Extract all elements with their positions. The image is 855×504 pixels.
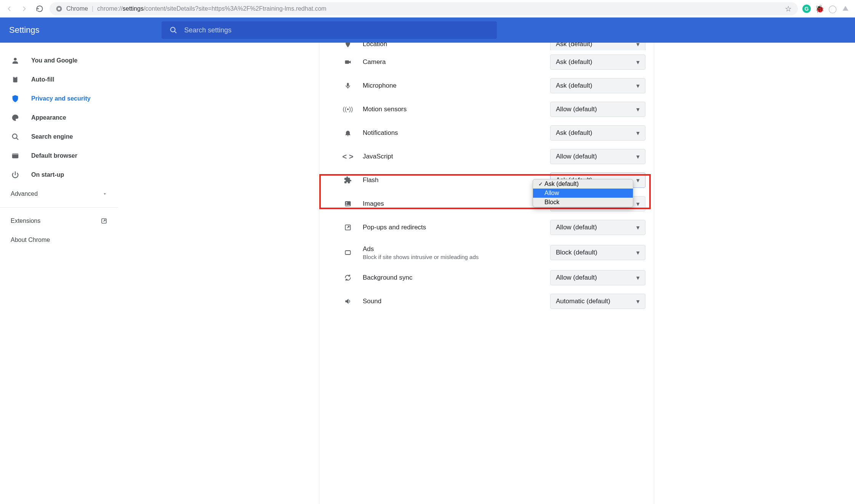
perm-label: Background sync: [363, 274, 541, 282]
perm-row-javascript: < > JavaScript Allow (default) ▾: [319, 145, 654, 168]
perm-label: Camera: [363, 58, 541, 66]
perm-row-microphone: Microphone Ask (default) ▾: [319, 74, 654, 98]
chevron-down-icon: ▾: [636, 106, 640, 114]
perm-row-sound: Sound Automatic (default) ▾: [319, 290, 654, 313]
svg-rect-18: [345, 251, 350, 254]
perm-select-camera[interactable]: Ask (default) ▾: [550, 54, 645, 70]
svg-point-16: [346, 202, 347, 203]
address-bar[interactable]: Chrome | chrome://settings/content/siteD…: [50, 2, 798, 15]
settings-sidebar: You and Google Auto-fill Privacy and sec…: [0, 43, 118, 504]
sidebar-item-you-and-google[interactable]: You and Google: [0, 51, 118, 70]
svg-rect-13: [347, 83, 349, 86]
perm-label: Images: [363, 200, 541, 208]
chevron-down-icon: ▾: [636, 298, 640, 306]
extension-grammarly-icon[interactable]: G: [802, 5, 811, 13]
site-details-panel: Location Ask (default) ▾ Camera Ask (def…: [319, 43, 654, 504]
perm-select-value: Ask (default): [556, 82, 592, 90]
search-icon: [169, 26, 178, 34]
omnibox-separator: |: [92, 5, 93, 12]
perm-select-microphone[interactable]: Ask (default) ▾: [550, 78, 645, 93]
omnibox-url: chrome://settings/content/siteDetails?si…: [97, 5, 327, 12]
check-icon: ✓: [537, 181, 544, 187]
settings-search[interactable]: [162, 21, 497, 39]
svg-rect-6: [14, 76, 16, 78]
settings-main: Location Ask (default) ▾ Camera Ask (def…: [118, 43, 855, 504]
dropdown-option-label: Block: [544, 199, 559, 206]
perm-select-value: Allow (default): [556, 224, 597, 231]
sidebar-about-chrome[interactable]: About Chrome: [0, 230, 118, 250]
sidebar-extensions[interactable]: Extensions: [0, 211, 118, 230]
sidebar-item-default-browser[interactable]: Default browser: [0, 146, 118, 165]
back-button[interactable]: [4, 3, 14, 14]
perm-select-value: Allow (default): [556, 106, 597, 113]
dropdown-option-block[interactable]: Block: [533, 198, 633, 207]
perm-row-location: Location Ask (default) ▾: [319, 43, 654, 50]
sidebar-item-startup[interactable]: On start-up: [0, 165, 118, 184]
sidebar-item-appearance[interactable]: Appearance: [0, 108, 118, 127]
camera-icon: [342, 59, 354, 66]
dropdown-option-ask[interactable]: ✓ Ask (default): [533, 179, 633, 189]
settings-header: Settings: [0, 18, 855, 43]
perm-sublabel: Block if site shows intrusive or mislead…: [363, 254, 541, 260]
perm-select-notifications[interactable]: Ask (default) ▾: [550, 125, 645, 141]
reload-button[interactable]: [34, 3, 45, 14]
svg-line-8: [16, 138, 18, 139]
perm-select-value: Automatic (default): [556, 298, 610, 305]
location-icon: [342, 43, 354, 48]
extension-bug-icon[interactable]: 🐞: [815, 5, 824, 13]
chevron-down-icon: ▾: [636, 274, 640, 282]
perm-select-motion[interactable]: Allow (default) ▾: [550, 102, 645, 117]
open-external-icon: [101, 218, 107, 224]
perm-select-sound[interactable]: Automatic (default) ▾: [550, 294, 645, 309]
perm-label: Motion sensors: [363, 106, 541, 113]
chevron-down-icon: ▾: [636, 153, 640, 161]
search-icon: [11, 133, 20, 141]
sidebar-item-search-engine[interactable]: Search engine: [0, 127, 118, 146]
svg-rect-5: [13, 77, 18, 83]
clipboard-icon: [11, 75, 20, 84]
perm-select-location[interactable]: Ask (default) ▾: [550, 43, 645, 50]
sidebar-item-privacy-security[interactable]: Privacy and security: [0, 89, 118, 108]
perm-select-bgsync[interactable]: Allow (default) ▾: [550, 270, 645, 285]
perm-select-ads[interactable]: Block (default) ▾: [550, 245, 645, 260]
extension-drive-icon[interactable]: [841, 5, 850, 13]
svg-line-3: [175, 31, 176, 33]
palette-icon: [11, 114, 20, 122]
perm-row-notifications: Notifications Ask (default) ▾: [319, 121, 654, 145]
flash-dropdown-menu: ✓ Ask (default) Allow Block: [533, 179, 633, 207]
perm-row-popups: Pop-ups and redirects Allow (default) ▾: [319, 216, 654, 239]
popup-icon: [342, 224, 354, 231]
chevron-down-icon: ▾: [636, 200, 640, 208]
power-icon: [11, 171, 20, 179]
perm-row-motion: ((•)) Motion sensors Allow (default) ▾: [319, 98, 654, 121]
settings-search-input[interactable]: [184, 26, 489, 34]
perm-select-value: Ask (default): [556, 43, 592, 48]
chevron-down-icon: ▾: [636, 43, 640, 48]
perm-row-bgsync: Background sync Allow (default) ▾: [319, 266, 654, 290]
microphone-icon: [342, 82, 354, 90]
browser-icon: [11, 152, 20, 160]
perm-label: Microphone: [363, 82, 541, 90]
chevron-down-icon: ▾: [636, 129, 640, 137]
sound-icon: [342, 298, 354, 305]
sidebar-advanced-toggle[interactable]: Advanced: [0, 184, 118, 203]
perm-select-popups[interactable]: Allow (default) ▾: [550, 220, 645, 235]
page-title: Settings: [9, 25, 40, 35]
shield-icon: [11, 94, 20, 103]
about-label: About Chrome: [11, 237, 50, 243]
perm-label: Notifications: [363, 129, 541, 137]
perm-label: JavaScript: [363, 153, 541, 160]
bell-icon: [342, 129, 354, 137]
perm-row-camera: Camera Ask (default) ▾: [319, 50, 654, 74]
advanced-label: Advanced: [11, 190, 38, 197]
forward-button[interactable]: [19, 3, 30, 14]
dropdown-option-allow[interactable]: Allow: [533, 189, 633, 198]
chevron-down-icon: ▾: [636, 82, 640, 90]
sidebar-item-label: On start-up: [31, 171, 64, 178]
perm-select-javascript[interactable]: Allow (default) ▾: [550, 149, 645, 164]
puzzle-icon: [342, 176, 354, 184]
perm-label: Sound: [363, 298, 541, 305]
bookmark-star-icon[interactable]: ☆: [785, 4, 792, 13]
extension-circle-icon[interactable]: ◯: [828, 5, 837, 13]
sidebar-item-autofill[interactable]: Auto-fill: [0, 70, 118, 89]
